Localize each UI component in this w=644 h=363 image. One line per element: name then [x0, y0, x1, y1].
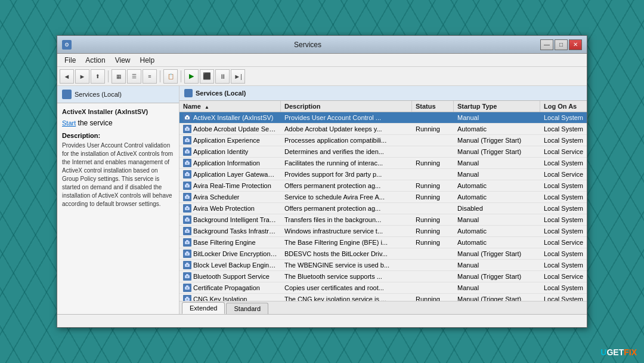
tab-extended[interactable]: Extended	[182, 302, 225, 314]
td-startup: Manual	[454, 112, 540, 123]
td-status	[412, 203, 454, 214]
show-console-button[interactable]: ▦	[112, 69, 126, 84]
td-logon: Local System	[540, 203, 587, 214]
start-service-button[interactable]: ▶	[184, 69, 199, 84]
table-row[interactable]: Base Filtering Engine The Base Filtering…	[179, 237, 587, 248]
col-name[interactable]: Name ▲	[179, 101, 281, 112]
start-link[interactable]: Start	[62, 119, 76, 127]
svg-rect-19	[186, 183, 188, 185]
td-name: Block Level Backup Engine ...	[179, 260, 281, 270]
table-row[interactable]: Application Layer Gateway ... Provides s…	[179, 169, 587, 180]
properties-button[interactable]: 📋	[163, 69, 178, 84]
minimize-button[interactable]: —	[540, 39, 553, 50]
td-name: Base Filtering Engine	[179, 237, 281, 248]
table-row[interactable]: Certificate Propagation Copies user cert…	[179, 282, 587, 294]
show-details-button[interactable]: ☰	[127, 69, 141, 84]
table-row[interactable]: ActiveX Installer (AxInstSV) Provides Us…	[179, 112, 587, 124]
table-row[interactable]: BitLocker Drive Encryption ... BDESVC ho…	[179, 248, 587, 260]
service-icon	[183, 204, 191, 213]
td-description: Offers permanent protection ag...	[281, 203, 412, 214]
up-button[interactable]: ⬆	[91, 69, 105, 84]
service-icon	[183, 159, 191, 167]
col-logon[interactable]: Log On As	[540, 101, 587, 112]
td-name: BitLocker Drive Encryption ...	[179, 248, 281, 259]
table-row[interactable]: Bluetooth Support Service The Bluetooth …	[179, 271, 587, 282]
td-status	[412, 282, 454, 293]
pause-service-button[interactable]: ⏸	[215, 69, 230, 84]
svg-point-29	[187, 219, 188, 220]
col-description[interactable]: Description	[281, 101, 412, 112]
table-row[interactable]: Background Intelligent Tran... Transfers…	[179, 214, 587, 226]
td-startup: Manual (Trigger Start)	[454, 146, 540, 157]
maximize-button[interactable]: □	[555, 39, 568, 50]
table-row[interactable]: CNG Key Isolation The CNG key isolation …	[179, 294, 587, 301]
restart-service-button[interactable]: ►|	[231, 69, 245, 84]
td-name: Avira Scheduler	[179, 192, 281, 202]
td-status	[412, 135, 454, 146]
table-row[interactable]: Avira Real-Time Protection Offers perman…	[179, 180, 587, 192]
tab-standard[interactable]: Standard	[226, 303, 268, 314]
svg-point-47	[187, 287, 188, 288]
service-icon	[183, 182, 191, 190]
show-list-button[interactable]: ≡	[143, 69, 157, 84]
table-row[interactable]: Application Identity Determines and veri…	[179, 146, 587, 158]
back-button[interactable]: ◄	[60, 69, 74, 84]
td-status	[412, 112, 454, 123]
svg-point-44	[187, 276, 188, 277]
table-row[interactable]: Adobe Acrobat Update Serv... Adobe Acrob…	[179, 124, 587, 135]
td-startup: Automatic	[454, 192, 540, 202]
title-bar: ⚙ Services — □ ✕	[57, 36, 587, 54]
menu-view[interactable]: View	[110, 55, 135, 66]
stop-service-button[interactable]: ⬛	[200, 69, 214, 84]
toolbar-separator-1	[108, 70, 109, 82]
forward-button[interactable]: ►	[75, 69, 89, 84]
menu-action[interactable]: Action	[80, 55, 110, 66]
col-status[interactable]: Status	[412, 101, 454, 112]
svg-rect-43	[186, 274, 188, 276]
td-logon: Local System	[540, 135, 587, 146]
td-startup: Automatic	[454, 124, 540, 134]
svg-rect-31	[186, 229, 188, 230]
svg-point-50	[187, 299, 188, 300]
table-row[interactable]: Application Experience Processes applica…	[179, 135, 587, 146]
menu-file[interactable]: File	[60, 55, 80, 66]
td-startup: Automatic	[454, 180, 540, 191]
left-panel-title: Services (Local)	[75, 91, 122, 98]
td-name: Background Tasks Infrastru...	[179, 226, 281, 236]
td-description: Adobe Acrobat Updater keeps y...	[281, 124, 412, 134]
td-startup: Manual	[454, 214, 540, 225]
svg-point-14	[187, 162, 188, 164]
td-status	[412, 260, 454, 270]
td-logon: Local System	[540, 192, 587, 202]
td-logon: Local System	[540, 226, 587, 236]
svg-point-26	[187, 208, 188, 209]
window-icon: ⚙	[62, 40, 72, 50]
service-icon	[183, 113, 191, 122]
td-name: Application Information	[179, 158, 281, 168]
td-name: Application Identity	[179, 146, 281, 157]
td-status: Running	[412, 214, 454, 225]
td-status: Running	[412, 294, 454, 301]
close-button[interactable]: ✕	[569, 39, 582, 50]
table-row[interactable]: Background Tasks Infrastru... Windows in…	[179, 226, 587, 237]
table-row[interactable]: Application Information Facilitates the …	[179, 158, 587, 169]
table-row[interactable]: Block Level Backup Engine ... The WBENGI…	[179, 260, 587, 271]
sort-arrow: ▲	[205, 104, 209, 110]
td-logon: Local System	[540, 112, 587, 123]
bottom-tabs: Extended Standard	[179, 301, 587, 314]
table-row[interactable]: Avira Scheduler Service to schedule Avir…	[179, 192, 587, 203]
td-description: BDESVC hosts the BitLocker Driv...	[281, 248, 412, 259]
td-name: Application Layer Gateway ...	[179, 169, 281, 180]
col-startup[interactable]: Startup Type	[454, 101, 540, 112]
menu-help[interactable]: Help	[135, 55, 160, 66]
td-description: Provides User Account Control ...	[281, 112, 412, 123]
watermark: UGETFIX	[600, 347, 637, 357]
td-startup: Manual (Trigger Start)	[454, 294, 540, 301]
svg-point-8	[187, 140, 188, 141]
svg-point-23	[187, 196, 188, 198]
td-status	[412, 271, 454, 282]
svg-rect-13	[186, 161, 188, 162]
service-icon	[183, 295, 191, 301]
td-name: Bluetooth Support Service	[179, 271, 281, 282]
table-row[interactable]: Avira Web Protection Offers permanent pr…	[179, 203, 587, 214]
